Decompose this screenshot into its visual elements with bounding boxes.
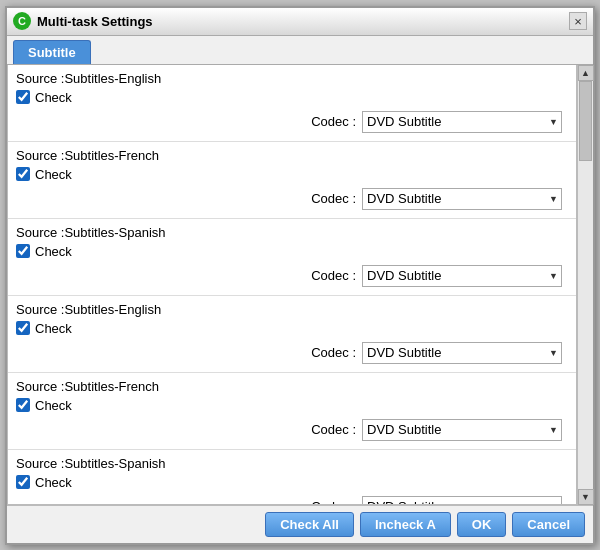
source-label-1: Source :Subtitles-English — [16, 71, 568, 86]
subtitle-scroll-area[interactable]: Source :Subtitles-English Check Codec : … — [7, 65, 577, 505]
codec-select-3[interactable]: DVD SubtitleSRTSSAASSVOBSUB — [362, 265, 562, 287]
check-row-6: Check — [16, 475, 568, 490]
check-label-3: Check — [35, 244, 72, 259]
codec-row-1: Codec : DVD SubtitleSRTSSAASSVOBSUB — [16, 111, 568, 133]
scroll-up-button[interactable]: ▲ — [578, 65, 594, 81]
check-row-1: Check — [16, 90, 568, 105]
window-title: Multi-task Settings — [37, 14, 569, 29]
codec-label-2: Codec : — [311, 191, 356, 206]
source-label-4: Source :Subtitles-English — [16, 302, 568, 317]
codec-select-wrapper-5: DVD SubtitleSRTSSAASSVOBSUB — [362, 419, 562, 441]
check-row-4: Check — [16, 321, 568, 336]
check-input-2[interactable] — [16, 167, 30, 181]
check-input-3[interactable] — [16, 244, 30, 258]
check-input-5[interactable] — [16, 398, 30, 412]
check-row-2: Check — [16, 167, 568, 182]
uncheck-all-button[interactable]: Incheck A — [360, 512, 451, 537]
codec-select-2[interactable]: DVD SubtitleSRTSSAASSVOBSUB — [362, 188, 562, 210]
main-window: C Multi-task Settings × Subtitle Source … — [5, 6, 595, 545]
codec-row-3: Codec : DVD SubtitleSRTSSAASSVOBSUB — [16, 265, 568, 287]
subtitle-section-5: Source :Subtitles-French Check Codec : D… — [8, 373, 576, 450]
codec-label-3: Codec : — [311, 268, 356, 283]
codec-label-4: Codec : — [311, 345, 356, 360]
subtitle-section-3: Source :Subtitles-Spanish Check Codec : … — [8, 219, 576, 296]
check-label-4: Check — [35, 321, 72, 336]
codec-row-5: Codec : DVD SubtitleSRTSSAASSVOBSUB — [16, 419, 568, 441]
codec-select-wrapper-1: DVD SubtitleSRTSSAASSVOBSUB — [362, 111, 562, 133]
content-area: Source :Subtitles-English Check Codec : … — [7, 65, 593, 505]
codec-select-1[interactable]: DVD SubtitleSRTSSAASSVOBSUB — [362, 111, 562, 133]
source-label-6: Source :Subtitles-Spanish — [16, 456, 568, 471]
title-bar: C Multi-task Settings × — [7, 8, 593, 36]
codec-label-6: Codec : — [311, 499, 356, 505]
check-input-6[interactable] — [16, 475, 30, 489]
check-label-6: Check — [35, 475, 72, 490]
app-icon: C — [13, 12, 31, 30]
check-row-5: Check — [16, 398, 568, 413]
check-input-1[interactable] — [16, 90, 30, 104]
codec-select-wrapper-2: DVD SubtitleSRTSSAASSVOBSUB — [362, 188, 562, 210]
check-all-button[interactable]: Check All — [265, 512, 354, 537]
scrollbar-track[interactable]: ▲ ▼ — [577, 65, 593, 505]
cancel-button[interactable]: Cancel — [512, 512, 585, 537]
codec-select-wrapper-6: DVD SubtitleSRTSSAASSVOBSUB — [362, 496, 562, 505]
subtitle-section-2: Source :Subtitles-French Check Codec : D… — [8, 142, 576, 219]
check-label-2: Check — [35, 167, 72, 182]
codec-select-4[interactable]: DVD SubtitleSRTSSAASSVOBSUB — [362, 342, 562, 364]
scroll-down-button[interactable]: ▼ — [578, 489, 594, 505]
codec-row-2: Codec : DVD SubtitleSRTSSAASSVOBSUB — [16, 188, 568, 210]
footer: Check All Incheck A OK Cancel — [7, 505, 593, 543]
codec-select-wrapper-3: DVD SubtitleSRTSSAASSVOBSUB — [362, 265, 562, 287]
codec-select-6[interactable]: DVD SubtitleSRTSSAASSVOBSUB — [362, 496, 562, 505]
check-label-5: Check — [35, 398, 72, 413]
subtitle-section-6: Source :Subtitles-Spanish Check Codec : … — [8, 450, 576, 505]
subtitle-section-1: Source :Subtitles-English Check Codec : … — [8, 65, 576, 142]
codec-row-6: Codec : DVD SubtitleSRTSSAASSVOBSUB — [16, 496, 568, 505]
tab-subtitle[interactable]: Subtitle — [13, 40, 91, 64]
subtitle-section-4: Source :Subtitles-English Check Codec : … — [8, 296, 576, 373]
codec-label-5: Codec : — [311, 422, 356, 437]
tab-bar: Subtitle — [7, 36, 593, 65]
scrollbar-thumb-area — [578, 81, 593, 489]
check-input-4[interactable] — [16, 321, 30, 335]
scrollbar-thumb[interactable] — [579, 81, 592, 161]
check-row-3: Check — [16, 244, 568, 259]
source-label-3: Source :Subtitles-Spanish — [16, 225, 568, 240]
codec-row-4: Codec : DVD SubtitleSRTSSAASSVOBSUB — [16, 342, 568, 364]
codec-select-wrapper-4: DVD SubtitleSRTSSAASSVOBSUB — [362, 342, 562, 364]
codec-select-5[interactable]: DVD SubtitleSRTSSAASSVOBSUB — [362, 419, 562, 441]
source-label-2: Source :Subtitles-French — [16, 148, 568, 163]
ok-button[interactable]: OK — [457, 512, 507, 537]
close-button[interactable]: × — [569, 12, 587, 30]
source-label-5: Source :Subtitles-French — [16, 379, 568, 394]
check-label-1: Check — [35, 90, 72, 105]
codec-label-1: Codec : — [311, 114, 356, 129]
